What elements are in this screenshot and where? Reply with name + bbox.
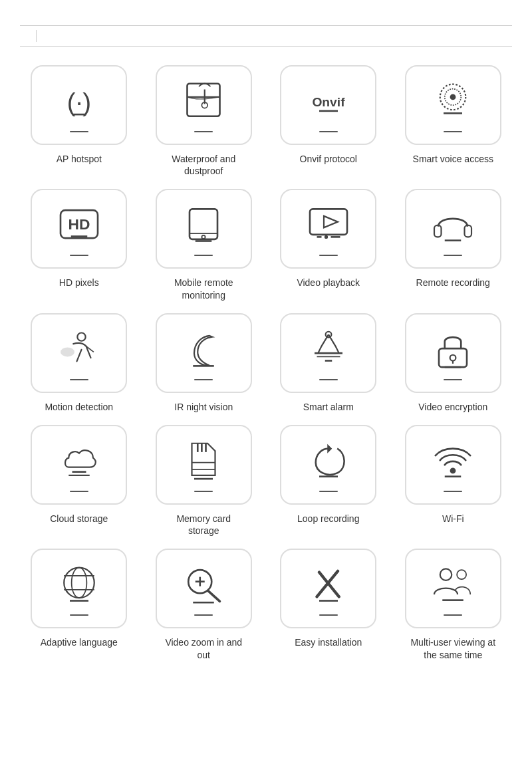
icon-box-multi-user bbox=[405, 549, 501, 628]
feature-label-cloud-storage: Cloud storage bbox=[50, 513, 108, 525]
icon-dash bbox=[70, 255, 88, 256]
feature-adaptive-language: Adaptive language bbox=[20, 549, 138, 660]
cloud-icon bbox=[56, 438, 102, 487]
icon-dash bbox=[444, 131, 462, 132]
feature-waterproof: Waterproof and dustproof bbox=[145, 65, 263, 177]
icon-dash bbox=[70, 614, 88, 616]
svg-point-26 bbox=[77, 332, 85, 340]
icon-box-adaptive-language bbox=[31, 549, 127, 628]
wifi-signal-icon: (·) bbox=[56, 78, 102, 127]
icon-box-smart-alarm bbox=[280, 313, 376, 393]
icon-box-video-playback bbox=[280, 189, 376, 269]
speaker-icon bbox=[430, 78, 476, 127]
icon-dash bbox=[444, 379, 462, 380]
feature-multi-user: Multi-user viewing at the same time bbox=[394, 549, 513, 660]
icon-box-easy-installation bbox=[280, 549, 376, 628]
feature-onvif: Onvif Onvif protocol bbox=[269, 65, 388, 177]
icon-box-memory-card bbox=[156, 425, 252, 505]
onvif-icon: Onvif bbox=[305, 78, 352, 127]
icon-dash bbox=[319, 379, 338, 380]
headphones-icon bbox=[430, 201, 476, 251]
icon-dash bbox=[444, 255, 462, 256]
icon-box-loop-recording bbox=[280, 425, 376, 505]
alarm-icon bbox=[305, 326, 352, 375]
svg-rect-18 bbox=[310, 209, 347, 235]
svg-point-21 bbox=[325, 235, 328, 239]
feature-label-motion-detection: Motion detection bbox=[45, 401, 113, 413]
feature-label-onvif: Onvif protocol bbox=[300, 153, 357, 165]
icon-dash bbox=[194, 379, 213, 380]
icon-dash bbox=[70, 491, 88, 492]
icon-dash bbox=[319, 614, 338, 616]
feature-label-hd-pixels: HD pixels bbox=[59, 277, 99, 289]
icon-dash bbox=[70, 131, 88, 132]
features-grid: (·) AP hotspot Waterproof and dustproof … bbox=[20, 65, 512, 661]
icon-box-ir-night bbox=[156, 313, 252, 393]
svg-text:(·): (·) bbox=[67, 88, 91, 116]
svg-rect-2 bbox=[188, 84, 220, 116]
wifi-icon bbox=[430, 438, 476, 487]
sdcard-icon bbox=[180, 438, 227, 487]
svg-rect-24 bbox=[465, 225, 472, 237]
feature-wifi: Wi-Fi bbox=[394, 425, 513, 537]
feature-hd-pixels: HD HD pixels bbox=[20, 189, 138, 301]
feature-label-multi-user: Multi-user viewing at the same time bbox=[410, 636, 496, 660]
icon-box-wifi bbox=[405, 425, 501, 505]
icon-box-video-encryption bbox=[405, 313, 501, 393]
svg-rect-23 bbox=[434, 225, 442, 237]
video-play-icon bbox=[305, 201, 352, 251]
icon-dash bbox=[319, 131, 338, 132]
icon-box-smart-voice bbox=[405, 65, 501, 145]
feature-mobile-remote: Mobile remote monitoring bbox=[145, 189, 263, 301]
feature-label-adaptive-language: Adaptive language bbox=[41, 636, 118, 648]
subtitle-divider bbox=[36, 30, 37, 42]
icon-box-hd-pixels: HD bbox=[31, 189, 127, 269]
feature-label-video-encryption: Video encryption bbox=[418, 401, 487, 413]
icon-dash bbox=[319, 491, 338, 492]
svg-point-47 bbox=[450, 467, 456, 473]
icon-box-ap-hotspot: (·) bbox=[31, 65, 127, 145]
motion-icon bbox=[56, 326, 102, 375]
feature-video-encryption: Video encryption bbox=[394, 313, 513, 413]
svg-point-62 bbox=[440, 569, 452, 581]
zoom-icon bbox=[180, 561, 227, 610]
svg-point-49 bbox=[64, 568, 94, 598]
globe-icon bbox=[56, 561, 102, 610]
icon-box-video-zoom bbox=[156, 549, 252, 628]
svg-line-55 bbox=[208, 591, 220, 602]
svg-point-16 bbox=[202, 235, 205, 239]
lock-icon bbox=[430, 326, 476, 375]
icon-box-onvif: Onvif bbox=[280, 65, 376, 145]
tablet-icon bbox=[180, 201, 227, 251]
feature-ir-night: IR night vision bbox=[145, 313, 263, 413]
feature-ap-hotspot: (·) AP hotspot bbox=[20, 65, 138, 177]
icon-dash bbox=[444, 614, 462, 616]
svg-text:Onvif: Onvif bbox=[312, 95, 345, 109]
feature-label-remote-recording: Remote recording bbox=[416, 277, 490, 289]
feature-video-playback: Video playback bbox=[269, 189, 388, 301]
icon-dash bbox=[194, 255, 213, 256]
feature-label-smart-alarm: Smart alarm bbox=[303, 401, 354, 413]
hd-icon: HD bbox=[56, 201, 102, 251]
waterproof-icon bbox=[180, 78, 227, 127]
icon-box-waterproof bbox=[156, 65, 252, 145]
svg-point-27 bbox=[61, 347, 74, 356]
svg-marker-19 bbox=[324, 216, 338, 228]
feature-remote-recording: Remote recording bbox=[394, 189, 513, 301]
feature-smart-voice: Smart voice access bbox=[394, 65, 513, 177]
feature-loop-recording: Loop recording bbox=[269, 425, 388, 537]
icon-dash bbox=[194, 614, 213, 616]
feature-label-ap-hotspot: AP hotspot bbox=[57, 153, 102, 165]
icon-dash bbox=[444, 491, 462, 492]
svg-text:HD: HD bbox=[68, 215, 90, 233]
feature-video-zoom: Video zoom in and out bbox=[145, 549, 263, 660]
feature-label-waterproof: Waterproof and dustproof bbox=[160, 153, 247, 177]
feature-label-memory-card: Memory card storage bbox=[160, 513, 247, 537]
svg-line-60 bbox=[319, 573, 339, 597]
svg-marker-45 bbox=[327, 444, 332, 453]
feature-label-smart-voice: Smart voice access bbox=[413, 153, 493, 165]
svg-rect-33 bbox=[439, 348, 467, 367]
svg-point-63 bbox=[457, 570, 466, 579]
icon-dash bbox=[194, 491, 213, 492]
feature-label-easy-installation: Easy installation bbox=[295, 636, 362, 648]
